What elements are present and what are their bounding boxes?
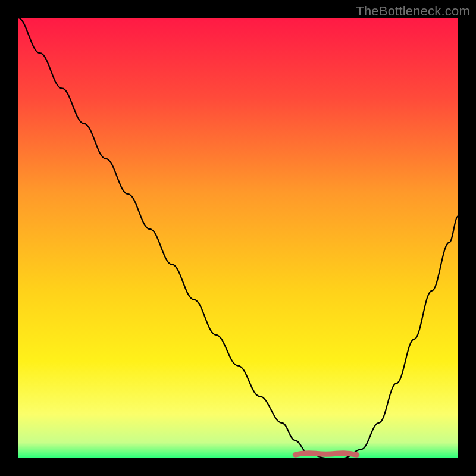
gradient-backdrop xyxy=(18,18,458,458)
chart-frame: TheBottleneck.com xyxy=(0,0,476,476)
attribution-label: TheBottleneck.com xyxy=(356,4,470,19)
optimal-range-marker xyxy=(295,453,357,455)
bottleneck-chart xyxy=(18,18,458,458)
